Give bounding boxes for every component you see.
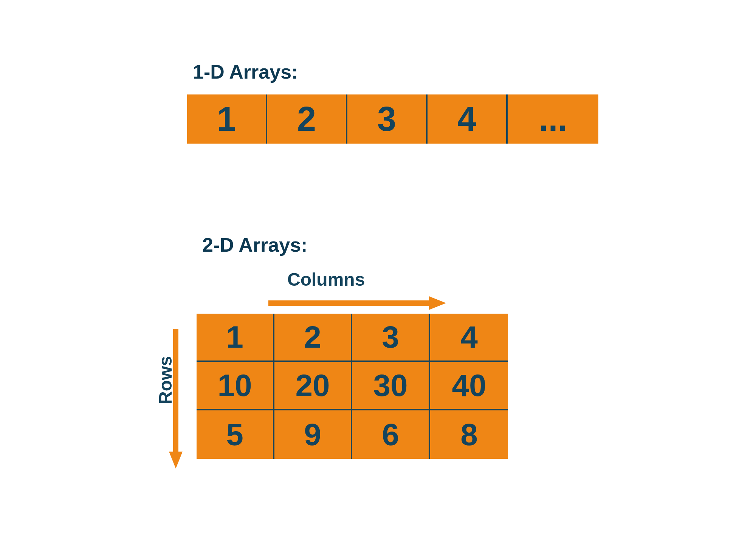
svg-marker-3 [169, 452, 183, 469]
array-2d-cell: 9 [274, 410, 352, 459]
array-2d-cell: 6 [352, 410, 430, 459]
array-1d: 1 2 3 4 ... [187, 94, 598, 144]
array-1d-cell: 4 [428, 94, 508, 144]
array-2d-cell: 5 [197, 410, 274, 459]
array-1d-cell-ellipsis: ... [508, 94, 598, 144]
array-2d-cell: 2 [274, 314, 352, 362]
section-2d-title: 2-D Arrays: [202, 234, 307, 256]
array-2d-cell: 40 [430, 362, 508, 410]
array-2d-cell: 30 [352, 362, 430, 410]
columns-label: Columns [287, 269, 365, 290]
array-2d-cell: 4 [430, 314, 508, 362]
array-2d-cell: 10 [197, 362, 274, 410]
array-1d-cell: 2 [267, 94, 347, 144]
array-2d: 1 2 3 4 10 20 30 40 5 9 6 8 [197, 314, 508, 459]
array-2d-cell: 3 [352, 314, 430, 362]
array-1d-cell: 1 [187, 94, 267, 144]
array-2d-cell: 1 [197, 314, 274, 362]
svg-marker-1 [429, 296, 446, 310]
columns-arrow-icon [268, 296, 446, 311]
array-2d-cell: 20 [274, 362, 352, 410]
array-1d-cell: 3 [347, 94, 428, 144]
rows-arrow-icon [168, 329, 183, 469]
section-1d-title: 1-D Arrays: [193, 60, 298, 83]
array-2d-cell: 8 [430, 410, 508, 459]
